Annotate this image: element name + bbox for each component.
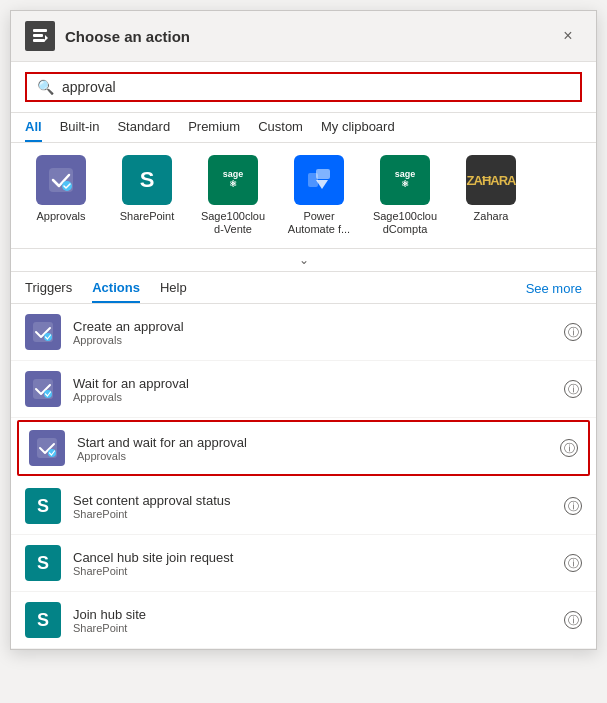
collapse-row: ⌄ — [11, 249, 596, 272]
wait-approval-icon — [25, 371, 61, 407]
connector-sage2-icon: sage⚛ — [380, 155, 430, 205]
cancel-hub-s-letter: S — [37, 553, 49, 574]
connector-zahara-label: Zahara — [474, 210, 509, 223]
join-hub-site-name: Join hub site — [73, 607, 556, 622]
wait-approval-check-icon — [32, 378, 54, 400]
cancel-hub-site-name: Cancel hub site join request — [73, 550, 556, 565]
set-content-approval-name: Set content approval status — [73, 493, 556, 508]
cancel-hub-site-info-btn[interactable]: ⓘ — [564, 554, 582, 572]
connector-zahara[interactable]: ZAĦARA Zahara — [455, 155, 527, 236]
create-approval-name: Create an approval — [73, 319, 556, 334]
set-content-approval-info: Set content approval status SharePoint — [73, 493, 556, 520]
wait-approval-info-btn[interactable]: ⓘ — [564, 380, 582, 398]
join-hub-site-info-btn[interactable]: ⓘ — [564, 611, 582, 629]
choose-action-dialog: Choose an action × 🔍 All Built-in Standa… — [10, 10, 597, 650]
action-row-create-approval[interactable]: Create an approval Approvals ⓘ — [11, 304, 596, 361]
connector-approvals[interactable]: Approvals — [25, 155, 97, 236]
connector-zahara-icon: ZAĦARA — [466, 155, 516, 205]
join-hub-site-icon: S — [25, 602, 61, 638]
connector-sage1-label: Sage100clou d-Vente — [197, 210, 269, 236]
set-content-approval-info-btn[interactable]: ⓘ — [564, 497, 582, 515]
action-row-set-content-approval[interactable]: S Set content approval status SharePoint… — [11, 478, 596, 535]
cancel-hub-site-source: SharePoint — [73, 565, 556, 577]
cancel-hub-site-icon: S — [25, 545, 61, 581]
set-content-s-letter: S — [37, 496, 49, 517]
sage2-text: sage⚛ — [395, 170, 416, 190]
svg-rect-1 — [33, 34, 43, 37]
connector-approvals-label: Approvals — [37, 210, 86, 223]
see-more-link[interactable]: See more — [526, 281, 582, 302]
svg-rect-7 — [316, 169, 330, 179]
connector-approvals-icon — [36, 155, 86, 205]
cancel-hub-site-info: Cancel hub site join request SharePoint — [73, 550, 556, 577]
connectors-grid: Approvals S SharePoint sage⚛ Sage100clou… — [25, 155, 582, 236]
connector-sharepoint[interactable]: S SharePoint — [111, 155, 183, 236]
create-approval-info-btn[interactable]: ⓘ — [564, 323, 582, 341]
join-hub-site-source: SharePoint — [73, 622, 556, 634]
svg-marker-3 — [45, 35, 48, 41]
sage1-text: sage⚛ — [223, 170, 244, 190]
start-wait-approval-check-icon — [36, 437, 58, 459]
tab-help[interactable]: Help — [160, 280, 187, 303]
connector-powerautomate-label: Power Automate f... — [283, 210, 355, 236]
action-icon-svg — [31, 27, 49, 45]
tab-triggers[interactable]: Triggers — [25, 280, 72, 303]
action-row-wait-approval[interactable]: Wait for an approval Approvals ⓘ — [11, 361, 596, 418]
bottom-section: Triggers Actions Help See more Create an — [11, 272, 596, 649]
powerautomate-icon-svg — [306, 167, 332, 193]
search-area: 🔍 — [11, 62, 596, 113]
filter-tabs: All Built-in Standard Premium Custom My … — [11, 113, 596, 143]
tab-clipboard[interactable]: My clipboard — [321, 119, 395, 142]
close-button[interactable]: × — [554, 22, 582, 50]
zahara-text: ZAĦARA — [467, 173, 516, 188]
start-wait-approval-info: Start and wait for an approval Approvals — [77, 435, 552, 462]
action-row-start-wait-approval[interactable]: Start and wait for an approval Approvals… — [17, 420, 590, 476]
create-approval-icon — [25, 314, 61, 350]
connector-sharepoint-label: SharePoint — [120, 210, 174, 223]
create-approval-info: Create an approval Approvals — [73, 319, 556, 346]
join-hub-s-letter: S — [37, 610, 49, 631]
collapse-button[interactable]: ⌄ — [299, 253, 309, 267]
connectors-area: Approvals S SharePoint sage⚛ Sage100clou… — [11, 143, 596, 249]
action-tabs-row: Triggers Actions Help See more — [11, 272, 596, 304]
search-icon: 🔍 — [37, 79, 54, 95]
actions-list: Create an approval Approvals ⓘ Wait for — [11, 304, 596, 649]
search-input[interactable] — [62, 79, 570, 95]
wait-approval-info: Wait for an approval Approvals — [73, 376, 556, 403]
approvals-check-icon — [48, 167, 74, 193]
dialog-header: Choose an action × — [11, 11, 596, 62]
svg-rect-2 — [33, 39, 45, 42]
connector-sage1[interactable]: sage⚛ Sage100clou d-Vente — [197, 155, 269, 236]
start-wait-approval-info-btn[interactable]: ⓘ — [560, 439, 578, 457]
action-row-cancel-hub-site[interactable]: S Cancel hub site join request SharePoin… — [11, 535, 596, 592]
connector-sage2[interactable]: sage⚛ Sage100clou dCompta — [369, 155, 441, 236]
tab-builtin[interactable]: Built-in — [60, 119, 100, 142]
action-row-join-hub-site[interactable]: S Join hub site SharePoint ⓘ — [11, 592, 596, 649]
search-box: 🔍 — [25, 72, 582, 102]
set-content-approval-icon: S — [25, 488, 61, 524]
join-hub-site-info: Join hub site SharePoint — [73, 607, 556, 634]
dialog-header-icon — [25, 21, 55, 51]
start-wait-approval-name: Start and wait for an approval — [77, 435, 552, 450]
connector-sharepoint-icon: S — [122, 155, 172, 205]
start-wait-approval-icon — [29, 430, 65, 466]
sharepoint-letter: S — [140, 167, 155, 193]
wait-approval-source: Approvals — [73, 391, 556, 403]
svg-rect-0 — [33, 29, 47, 32]
tab-custom[interactable]: Custom — [258, 119, 303, 142]
wait-approval-name: Wait for an approval — [73, 376, 556, 391]
dialog-title: Choose an action — [65, 28, 554, 45]
set-content-approval-source: SharePoint — [73, 508, 556, 520]
connector-powerautomate-icon — [294, 155, 344, 205]
tab-standard[interactable]: Standard — [117, 119, 170, 142]
connector-sage1-icon: sage⚛ — [208, 155, 258, 205]
tab-all[interactable]: All — [25, 119, 42, 142]
connector-powerautomate[interactable]: Power Automate f... — [283, 155, 355, 236]
create-approval-check-icon — [32, 321, 54, 343]
start-wait-approval-source: Approvals — [77, 450, 552, 462]
connector-sage2-label: Sage100clou dCompta — [369, 210, 441, 236]
create-approval-source: Approvals — [73, 334, 556, 346]
tab-premium[interactable]: Premium — [188, 119, 240, 142]
tab-actions[interactable]: Actions — [92, 280, 140, 303]
